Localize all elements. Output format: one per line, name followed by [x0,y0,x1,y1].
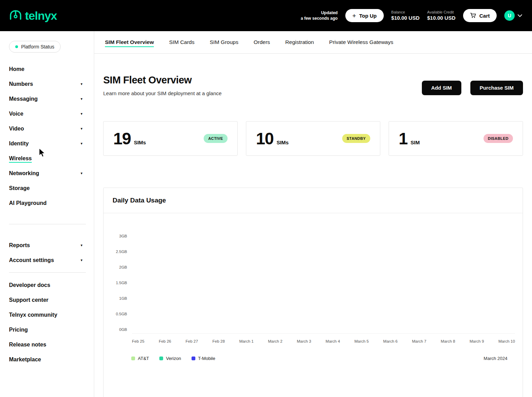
available-credit: Available Credit $10.00 USD [427,10,455,21]
page-header: SIM Fleet Overview Learn more about your… [103,74,523,96]
stat-value-group: 1 SIM [399,129,420,148]
page-content: SIM Fleet Overview Learn more about your… [94,54,532,397]
sidebar-secondary-nav: Reports ▼ Account settings ▼ [9,238,94,268]
legend-label: T-Mobile [198,356,215,361]
x-tick: March 2 [268,339,283,343]
chevron-down-icon [517,14,522,17]
x-tick: March 7 [412,339,426,343]
stat-unit: SIMs [276,139,289,145]
sidebar-item-developer-docs[interactable]: Developer docs [9,278,83,292]
tab-orders[interactable]: Orders [254,39,270,45]
daily-data-usage-card: Daily Data Usage 3GB 2.5GB 2GB 1.5GB 1GB… [103,188,523,397]
stat-value: 19 [113,129,131,148]
cart-label: Cart [479,13,490,19]
updated-status: Updated a few seconds ago [301,10,338,21]
y-tick: 3GB [119,234,127,238]
x-tick: March 9 [470,339,484,343]
chart-period-label: March 2024 [484,356,507,361]
chevron-down-icon: ▼ [80,259,83,262]
chevron-down-icon: ▼ [80,244,83,247]
x-tick: March 5 [354,339,369,343]
add-sim-button[interactable]: Add SIM [422,81,461,95]
cart-button[interactable]: Cart [463,9,497,22]
telnyx-logo-icon [9,10,22,21]
legend-item-att: AT&T [131,356,149,361]
y-tick: 2GB [119,265,127,269]
y-tick: 1GB [119,296,127,300]
stat-card-standby: 10 SIMs STANDBY [246,121,380,156]
stat-value: 10 [256,129,273,148]
user-menu[interactable]: U [504,10,522,21]
sidebar-nav: Home Numbers ▼ Messaging ▼ Voice ▼ Video… [9,62,94,210]
sidebar-item-pricing[interactable]: Pricing [9,322,83,337]
stat-value-group: 19 SIMs [113,129,146,148]
sidebar-item-marketplace[interactable]: Marketplace [9,352,83,367]
balance-value: $10.00 USD [391,15,420,21]
chevron-down-icon: ▼ [80,97,83,101]
chevron-down-icon: ▼ [80,112,83,116]
top-bar: telnyx Updated a few seconds ago + Top U… [0,0,532,31]
x-tick: March 6 [383,339,398,343]
sim-stats-row: 19 SIMs ACTIVE 10 SIMs STANDBY [103,121,523,156]
available-credit-label: Available Credit [427,10,455,15]
purchase-sim-button[interactable]: Purchase SIM [470,81,523,95]
stat-unit: SIM [410,139,420,145]
legend-swatch-verizon [159,357,163,360]
tab-sim-groups[interactable]: SIM Groups [210,39,239,45]
sidebar-item-networking[interactable]: Networking ▼ [9,166,83,181]
chevron-down-icon: ▼ [80,82,83,86]
stat-card-disabled: 1 SIM DISABLED [389,121,523,156]
y-tick: 0GB [119,327,127,332]
x-tick: Feb 26 [159,339,171,343]
balance-label: Balance [391,10,420,15]
legend-swatch-tmobile [192,357,195,360]
chevron-down-icon: ▼ [80,142,83,145]
page-subtitle: Learn more about your SIM deployment at … [103,90,222,96]
sidebar-item-ai-playground[interactable]: AI Playground [9,196,83,210]
chevron-down-icon: ▼ [80,127,83,130]
top-bar-actions: Updated a few seconds ago + Top Up Balan… [301,9,522,22]
avatar: U [504,10,515,21]
status-dot-icon [15,45,18,48]
sidebar-item-home[interactable]: Home [9,62,83,76]
sidebar-item-release-notes[interactable]: Release notes [9,337,83,352]
tab-sim-fleet-overview[interactable]: SIM Fleet Overview [105,39,154,45]
page-actions: Add SIM Purchase SIM [422,79,523,96]
sidebar-item-account-settings[interactable]: Account settings ▼ [9,253,83,268]
tab-sim-cards[interactable]: SIM Cards [169,39,194,45]
sidebar-item-telnyx-community[interactable]: Telnyx community [9,307,83,322]
logo-text: telnyx [25,9,57,22]
sidebar-item-video[interactable]: Video ▼ [9,121,83,136]
x-tick: March 8 [441,339,455,343]
tab-private-wireless-gateways[interactable]: Private Wireless Gateways [329,39,393,45]
platform-status-label: Platform Status [21,44,54,49]
chevron-down-icon: ▼ [80,172,83,175]
y-tick: 2.5GB [116,250,127,254]
sidebar-item-messaging[interactable]: Messaging ▼ [9,91,83,106]
telnyx-logo[interactable]: telnyx [9,9,57,22]
chart-body: 3GB 2.5GB 2GB 1.5GB 1GB 0.5GB 0GB [104,213,523,361]
sidebar-item-support-center[interactable]: Support center [9,292,83,307]
sidebar-item-numbers[interactable]: Numbers ▼ [9,76,83,91]
chart-plot: 3GB 2.5GB 2GB 1.5GB 1GB 0.5GB 0GB [113,236,515,334]
y-tick: 0.5GB [116,312,127,316]
sidebar-item-reports[interactable]: Reports ▼ [9,238,83,253]
page-header-text: SIM Fleet Overview Learn more about your… [103,74,222,96]
top-up-button[interactable]: + Top Up [345,9,384,22]
available-credit-value: $10.00 USD [427,15,455,21]
page-title: SIM Fleet Overview [103,74,222,86]
sidebar-item-storage[interactable]: Storage [9,181,83,196]
platform-status-pill[interactable]: Platform Status [9,41,61,53]
plus-icon: + [352,12,356,19]
x-tick: March 10 [498,339,515,343]
sidebar-item-voice[interactable]: Voice ▼ [9,106,83,121]
chart-y-axis: 3GB 2.5GB 2GB 1.5GB 1GB 0.5GB 0GB [113,234,127,332]
legend-item-verizon: Verizon [159,356,181,361]
updated-label: Updated [301,10,338,16]
sidebar: Platform Status Home Numbers ▼ Messaging… [0,31,94,397]
sidebar-item-wireless[interactable]: Wireless [9,151,83,166]
sidebar-item-identity[interactable]: Identity ▼ [9,136,83,151]
tab-registration[interactable]: Registration [285,39,314,45]
x-tick: March 1 [239,339,254,343]
chart-legend: AT&T Verizon T-Mobile March 2024 [131,356,515,361]
